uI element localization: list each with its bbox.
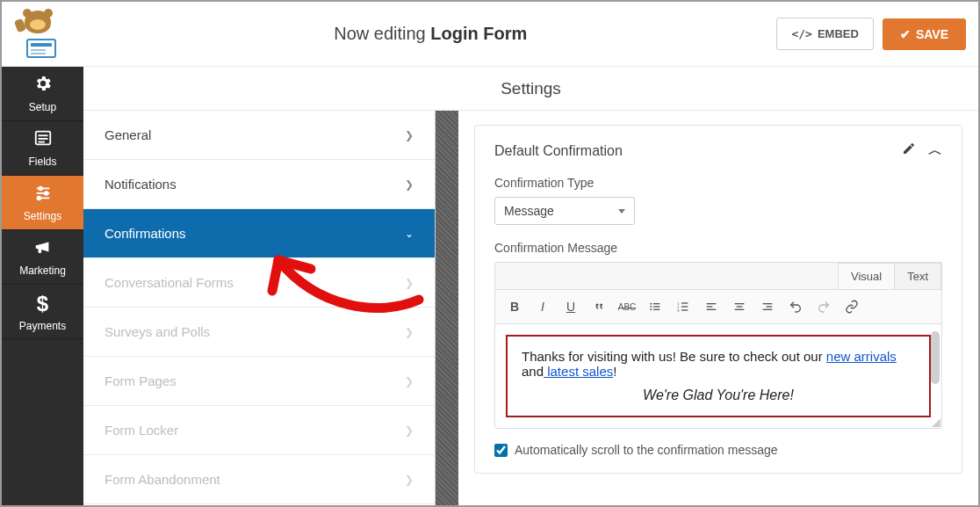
confirmation-type-select[interactable]: Message (494, 197, 635, 225)
svg-point-12 (650, 306, 652, 308)
settings-list: General ❯ Notifications ❯ Confirmations … (83, 111, 435, 504)
settings-item-label: Form Abandonment (104, 472, 220, 487)
undo-button[interactable] (783, 295, 808, 318)
settings-item-label: Surveys and Polls (104, 324, 210, 339)
settings-sidebar: General ❯ Notifications ❯ Confirmations … (83, 67, 436, 505)
confirmation-panel: Default Confirmation ︿ Confirmation Type… (474, 125, 962, 474)
save-label: SAVE (916, 27, 948, 41)
settings-item-notifications[interactable]: Notifications ❯ (83, 160, 435, 209)
svg-rect-28 (763, 303, 773, 304)
tab-visual[interactable]: Visual (838, 263, 895, 289)
svg-rect-21 (681, 309, 688, 310)
code-icon: </> (791, 27, 811, 40)
svg-text:3: 3 (677, 308, 680, 313)
svg-rect-25 (735, 303, 745, 304)
autoscroll-checkbox[interactable] (494, 444, 508, 457)
svg-rect-11 (653, 303, 659, 304)
link-latest-sales[interactable]: latest sales (544, 364, 613, 379)
svg-rect-26 (737, 306, 743, 307)
svg-point-9 (37, 197, 40, 200)
nav-setup[interactable]: Setup (2, 67, 83, 121)
nav-fields[interactable]: Fields (2, 121, 83, 176)
svg-point-10 (650, 303, 652, 305)
numbered-list-button[interactable]: 123 (671, 295, 695, 318)
editor-tabs: Visual Text (495, 263, 941, 289)
form-name: Login Form (430, 24, 527, 43)
settings-item-general[interactable]: General ❯ (83, 111, 435, 160)
autoscroll-checkbox-row[interactable]: Automatically scroll to the confirmation… (494, 443, 942, 457)
svg-rect-19 (681, 306, 688, 307)
align-center-button[interactable] (727, 295, 752, 318)
link-button[interactable] (839, 295, 864, 318)
gear-icon (33, 74, 53, 98)
strikethrough-button[interactable]: ABC (615, 295, 639, 318)
message-frame: Thanks for visiting with us! Be sure to … (506, 335, 931, 417)
chevron-right-icon: ❯ (405, 326, 414, 338)
wpforms-logo-icon (14, 11, 61, 58)
msg-part2: and (522, 364, 544, 379)
confirmation-type-label: Confirmation Type (494, 176, 942, 190)
save-button[interactable]: ✔ SAVE (883, 18, 966, 50)
nav-setup-label: Setup (29, 101, 56, 113)
settings-item-label: Conversational Forms (104, 275, 234, 290)
svg-point-14 (650, 308, 652, 310)
align-left-button[interactable] (699, 295, 724, 318)
bullet-list-button[interactable] (643, 295, 667, 318)
redo-button[interactable] (811, 295, 836, 318)
embed-button[interactable]: </> EMBED (776, 18, 873, 50)
nav-fields-label: Fields (28, 156, 56, 168)
select-value: Message (504, 204, 554, 218)
settings-item-label: Confirmations (104, 226, 186, 241)
nav-marketing[interactable]: Marketing (2, 230, 83, 285)
content-panel: Default Confirmation ︿ Confirmation Type… (458, 67, 978, 505)
settings-item-form-abandonment[interactable]: Form Abandonment ❯ (83, 455, 435, 504)
panel-actions: ︿ (902, 141, 942, 160)
message-line-1: Thanks for visiting with us! Be sure to … (522, 349, 915, 379)
bold-button[interactable]: B (502, 295, 527, 318)
settings-item-form-pages[interactable]: Form Pages ❯ (83, 357, 435, 406)
msg-part3: ! (613, 364, 616, 379)
chevron-down-icon: ⌄ (405, 228, 414, 240)
sliders-icon (33, 183, 53, 206)
header-title: Now editing Login Form (84, 24, 776, 44)
svg-rect-27 (735, 309, 745, 310)
app-header: Now editing Login Form </> EMBED ✔ SAVE (2, 2, 978, 67)
confirmation-message-label: Confirmation Message (494, 241, 942, 255)
nav-settings[interactable]: Settings (2, 176, 83, 230)
settings-item-label: Form Pages (104, 373, 177, 388)
settings-item-form-locker[interactable]: Form Locker ❯ (83, 406, 435, 455)
svg-rect-24 (707, 309, 717, 310)
main-area: Setup Fields Settings Marketing $ Paymen… (2, 67, 978, 505)
underline-button[interactable]: U (558, 295, 583, 318)
bullhorn-icon (33, 237, 53, 261)
chevron-right-icon: ❯ (405, 129, 414, 141)
panel-header: Default Confirmation ︿ (494, 141, 942, 160)
scrollbar-thumb[interactable] (931, 331, 940, 384)
svg-rect-13 (653, 306, 659, 307)
blockquote-button[interactable] (587, 295, 611, 318)
editing-prefix: Now editing (334, 24, 430, 43)
panel-title: Default Confirmation (494, 143, 623, 159)
svg-rect-22 (707, 303, 717, 304)
editor-body[interactable]: Thanks for visiting with us! Be sure to … (495, 324, 941, 428)
settings-item-label: Form Locker (104, 423, 178, 438)
resize-grip-icon[interactable] (932, 418, 940, 427)
link-new-arrivals[interactable]: new arrivals (826, 349, 897, 364)
settings-item-surveys-polls[interactable]: Surveys and Polls ❯ (83, 308, 435, 357)
msg-part1: Thanks for visiting with us! Be sure to … (522, 349, 826, 364)
settings-item-label: General (104, 127, 151, 142)
chevron-right-icon: ❯ (405, 474, 414, 486)
align-right-button[interactable] (755, 295, 780, 318)
settings-item-confirmations[interactable]: Confirmations ⌄ (83, 209, 435, 258)
autoscroll-label: Automatically scroll to the confirmation… (515, 443, 778, 457)
nav-marketing-label: Marketing (19, 264, 66, 277)
pencil-icon[interactable] (902, 141, 916, 160)
nav-payments[interactable]: $ Payments (2, 285, 83, 339)
svg-rect-29 (767, 306, 773, 307)
settings-item-conversational-forms[interactable]: Conversational Forms ❯ (83, 258, 435, 308)
chevron-up-icon[interactable]: ︿ (928, 141, 942, 160)
tab-text[interactable]: Text (894, 263, 941, 289)
resize-handle[interactable] (436, 111, 458, 505)
italic-button[interactable]: I (530, 295, 555, 318)
dollar-icon: $ (37, 292, 48, 316)
